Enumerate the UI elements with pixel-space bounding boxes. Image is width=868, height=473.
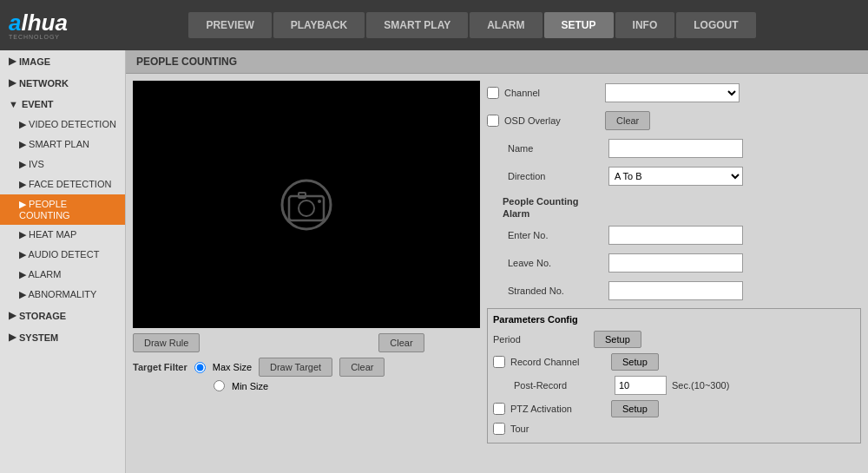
leave-no-label: Leave No. [508,258,603,268]
logo-brand: alhua [9,11,68,34]
target-filter-row: Target Filter Max Size Draw Target Clear [133,358,480,377]
arrow-icon: ▶ [9,332,16,343]
right-panel: Channel OSD Overlay Clear Name [487,81,861,463]
sidebar-item-heat-map[interactable]: ▶ HEAT MAP [0,225,125,245]
channel-select[interactable] [605,83,740,102]
sidebar-item-face-detection[interactable]: ▶ FACE DETECTION [0,174,125,194]
sidebar-item-video-detection[interactable]: ▶ VIDEO DETECTION [0,115,125,135]
svg-point-2 [299,200,314,216]
arrow-icon-small: ▶ [19,139,29,149]
leave-no-row: Leave No. [487,251,861,275]
enter-no-input[interactable] [608,226,743,245]
sidebar-item-abnormality[interactable]: ▶ ABNORMALITY [0,285,125,305]
ptz-activation-row: PTZ Activation Setup [493,397,855,420]
content-body: Draw Rule Clear Target Filter Max Size D… [126,74,868,470]
header: alhua TECHNOLOGY PREVIEW PLAYBACK SMART … [0,0,868,50]
osd-clear-button[interactable]: Clear [605,111,650,130]
max-size-label: Max Size [213,362,252,372]
osd-overlay-row: OSD Overlay Clear [487,108,861,133]
post-record-label: Post-Record [514,380,609,391]
name-input[interactable] [608,139,743,158]
record-channel-checkbox[interactable] [493,356,505,368]
tab-setup[interactable]: SETUP [544,12,614,38]
target-filter-label: Target Filter [133,362,187,372]
arrow-icon-small: ▶ [19,179,29,189]
channel-label: Channel [504,88,600,98]
arrow-icon-small: ▶ [19,159,29,169]
min-size-radio[interactable] [214,380,225,391]
period-label: Period [493,334,589,345]
ptz-setup-button[interactable]: Setup [611,400,659,417]
sidebar-item-network[interactable]: ▶ NETWORK [0,72,125,94]
min-size-label: Min Size [232,381,268,391]
sidebar-item-people-counting[interactable]: ▶ PEOPLE COUNTING [0,194,125,225]
tour-row: Tour [493,420,855,437]
camera-icon [276,179,337,231]
period-row: Period Setup [493,328,855,351]
sidebar: ▶ IMAGE ▶ NETWORK ▼ EVENT ▶ VIDEO DETECT… [0,50,126,473]
osd-overlay-label: OSD Overlay [504,115,600,126]
arrow-icon-small: ▶ [19,119,29,129]
record-channel-label: Record Channel [510,357,606,367]
clear2-button[interactable]: Clear [339,358,385,377]
sidebar-item-image[interactable]: ▶ IMAGE [0,50,125,72]
arrow-icon-small: ▶ [19,199,29,209]
post-record-input[interactable] [615,376,667,395]
tab-smartplay[interactable]: SMART PLAY [366,12,468,38]
people-counting-label: People Counting [503,196,578,207]
post-record-unit: Sec.(10~300) [672,380,729,391]
sidebar-item-event[interactable]: ▼ EVENT [0,94,125,115]
draw-target-button[interactable]: Draw Target [259,358,332,377]
sidebar-item-system[interactable]: ▶ SYSTEM [0,326,125,348]
sidebar-item-ivs[interactable]: ▶ IVS [0,154,125,174]
leave-no-input[interactable] [608,253,743,273]
tab-logout[interactable]: LOGOUT [676,12,755,38]
record-channel-setup-button[interactable]: Setup [611,353,659,371]
tab-alarm[interactable]: ALARM [470,12,542,38]
channel-checkbox[interactable] [487,87,499,99]
target-filter: Target Filter Max Size Draw Target Clear… [133,358,480,391]
tab-preview[interactable]: PREVIEW [188,12,271,38]
sidebar-item-alarm[interactable]: ▶ ALARM [0,265,125,285]
alarm-label: Alarm [503,208,529,219]
arrow-icon-small: ▶ [19,289,28,299]
name-row: Name [487,136,861,161]
record-channel-row: Record Channel Setup [493,351,855,373]
logo: alhua TECHNOLOGY [9,11,68,40]
sidebar-item-storage[interactable]: ▶ STORAGE [0,305,125,326]
svg-point-4 [318,200,321,203]
direction-select[interactable]: A To B B To A [608,167,743,186]
video-buttons: Draw Rule Clear [133,333,480,352]
direction-row: Direction A To B B To A [487,164,861,188]
page-title: PEOPLE COUNTING [126,50,868,74]
tour-checkbox[interactable] [493,423,505,435]
ptz-activation-label: PTZ Activation [510,404,606,414]
tab-info[interactable]: INFO [615,12,675,38]
tour-label: Tour [510,424,606,434]
sidebar-item-smart-plan[interactable]: ▶ SMART PLAN [0,135,125,154]
nav-tabs: PREVIEW PLAYBACK SMART PLAY ALARM SETUP … [85,12,859,38]
ptz-activation-checkbox[interactable] [493,403,505,415]
max-size-radio[interactable] [194,362,206,373]
video-panel: Draw Rule Clear Target Filter Max Size D… [133,81,480,463]
stranded-no-input[interactable] [608,281,743,300]
params-config-label: Parameters Config [493,314,855,325]
arrow-icon: ▶ [9,310,16,321]
arrow-icon-small: ▶ [19,229,29,240]
content-area: PEOPLE COUNTING Draw Rule Clear [126,50,868,473]
clear-button[interactable]: Clear [378,333,424,352]
channel-row: Channel [487,81,861,105]
sidebar-item-audio-detect[interactable]: ▶ AUDIO DETECT [0,245,125,265]
arrow-icon: ▼ [9,99,18,109]
period-setup-button[interactable]: Setup [594,331,641,348]
enter-no-label: Enter No. [508,230,603,240]
tab-playback[interactable]: PLAYBACK [273,12,365,38]
arrow-icon: ▶ [9,77,16,89]
params-config-box: Parameters Config Period Setup Record Ch… [487,308,861,443]
draw-rule-button[interactable]: Draw Rule [133,333,200,352]
people-counting-alarm-section: People Counting Alarm [487,192,861,220]
osd-checkbox[interactable] [487,115,499,127]
min-size-row: Min Size [133,380,480,391]
video-preview [133,81,480,328]
name-label: Name [508,143,603,154]
